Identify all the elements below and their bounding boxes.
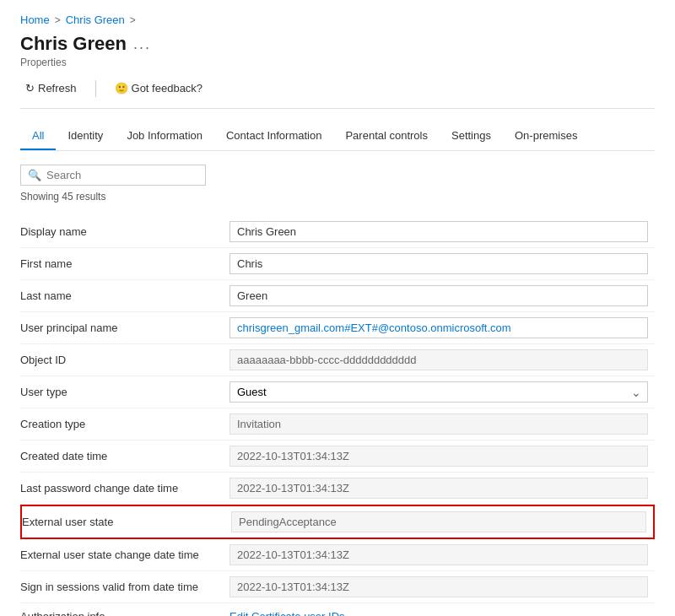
prop-input-sign-in-sessions [230, 576, 648, 597]
search-icon: 🔍 [28, 169, 41, 181]
prop-row-created-datetime: Created date time [20, 440, 655, 473]
tab-job[interactable]: Job Information [115, 122, 214, 150]
prop-label-user-type: User type [20, 376, 223, 408]
prop-label-last-name: Last name [20, 280, 223, 311]
prop-value-created-datetime [223, 440, 655, 472]
prop-input-object-id [230, 349, 648, 370]
prop-row-upn: User principal name [20, 312, 655, 344]
breadcrumb-home[interactable]: Home [20, 14, 50, 26]
prop-value-user-type[interactable]: GuestMember [223, 376, 655, 408]
tab-settings[interactable]: Settings [440, 122, 503, 150]
prop-row-external-user-state: External user state [20, 505, 655, 539]
prop-value-creation-type [223, 408, 655, 440]
prop-label-ext-state-change: External user state change date time [20, 539, 223, 570]
prop-value-sign-in-sessions [223, 571, 655, 602]
toolbar: ↻ Refresh 🙂 Got feedback? [20, 78, 655, 109]
prop-row-user-type: User typeGuestMember [20, 376, 655, 408]
prop-row-auth-info: Authorization infoEdit Certificate user … [20, 603, 655, 616]
tab-onpremises[interactable]: On-premises [503, 122, 589, 150]
prop-input-last-pwd-change [230, 478, 648, 499]
search-box[interactable]: 🔍 [20, 165, 206, 186]
tab-contact[interactable]: Contact Information [214, 122, 333, 150]
prop-value-last-pwd-change [223, 473, 655, 504]
prop-input-created-datetime [230, 446, 648, 467]
tab-parental[interactable]: Parental controls [333, 122, 440, 150]
toolbar-divider [95, 80, 96, 97]
page-title: Chris Green [20, 33, 127, 55]
prop-row-last-pwd-change: Last password change date time [20, 473, 655, 505]
prop-select-user-type[interactable]: GuestMember [230, 381, 648, 403]
prop-value-display-name[interactable] [223, 216, 655, 247]
title-row: Chris Green ... [20, 33, 655, 55]
refresh-label: Refresh [38, 82, 77, 95]
prop-input-ext-state-change [230, 544, 648, 565]
prop-row-ext-state-change: External user state change date time [20, 539, 655, 571]
prop-value-first-name[interactable] [223, 248, 655, 279]
prop-value-ext-state-change [223, 539, 655, 570]
tabs-bar: AllIdentityJob InformationContact Inform… [20, 122, 655, 151]
prop-label-display-name: Display name [20, 216, 223, 247]
prop-value-last-name[interactable] [223, 280, 655, 311]
main-page: Home > Chris Green > Chris Green ... Pro… [0, 0, 675, 616]
prop-label-auth-info: Authorization info [20, 603, 223, 616]
prop-input-upn[interactable] [230, 317, 648, 338]
tab-all[interactable]: All [20, 122, 56, 150]
search-input[interactable] [46, 169, 198, 181]
prop-value-object-id [223, 344, 655, 376]
prop-link-auth-info[interactable]: Edit Certificate user IDs [230, 610, 345, 616]
prop-label-external-user-state: External user state [22, 506, 224, 538]
refresh-button[interactable]: ↻ Refresh [20, 78, 82, 98]
prop-label-created-datetime: Created date time [20, 440, 223, 472]
prop-label-first-name: First name [20, 248, 223, 279]
feedback-label: Got feedback? [132, 82, 203, 95]
prop-input-external-user-state [231, 511, 646, 532]
prop-value-auth-info[interactable]: Edit Certificate user IDs [223, 603, 655, 616]
prop-row-sign-in-sessions: Sign in sessions valid from date time [20, 571, 655, 603]
prop-input-display-name[interactable] [230, 221, 648, 242]
prop-row-creation-type: Creation type [20, 408, 655, 440]
page-subtitle: Properties [20, 57, 655, 68]
refresh-icon: ↻ [25, 82, 35, 95]
prop-label-object-id: Object ID [20, 344, 223, 376]
prop-label-sign-in-sessions: Sign in sessions valid from date time [20, 571, 223, 602]
prop-value-external-user-state [224, 506, 653, 538]
prop-row-last-name: Last name [20, 280, 655, 312]
more-options-button[interactable]: ... [133, 35, 151, 53]
tab-identity[interactable]: Identity [56, 122, 115, 150]
feedback-icon: 🙂 [115, 82, 128, 95]
prop-input-creation-type [230, 413, 648, 435]
prop-label-last-pwd-change: Last password change date time [20, 473, 223, 504]
breadcrumb: Home > Chris Green > [20, 14, 655, 26]
feedback-button[interactable]: 🙂 Got feedback? [110, 78, 208, 98]
properties-list: Display nameFirst nameLast nameUser prin… [20, 216, 655, 616]
prop-label-creation-type: Creation type [20, 408, 223, 440]
prop-input-first-name[interactable] [230, 253, 648, 274]
breadcrumb-user[interactable]: Chris Green [66, 14, 125, 26]
prop-row-object-id: Object ID [20, 344, 655, 376]
prop-row-display-name: Display name [20, 216, 655, 248]
prop-row-first-name: First name [20, 248, 655, 280]
prop-value-upn[interactable] [223, 312, 655, 343]
breadcrumb-sep2: > [130, 14, 136, 26]
results-count: Showing 45 results [20, 191, 655, 203]
prop-label-upn: User principal name [20, 312, 223, 343]
breadcrumb-sep1: > [55, 14, 61, 26]
prop-input-last-name[interactable] [230, 285, 648, 306]
